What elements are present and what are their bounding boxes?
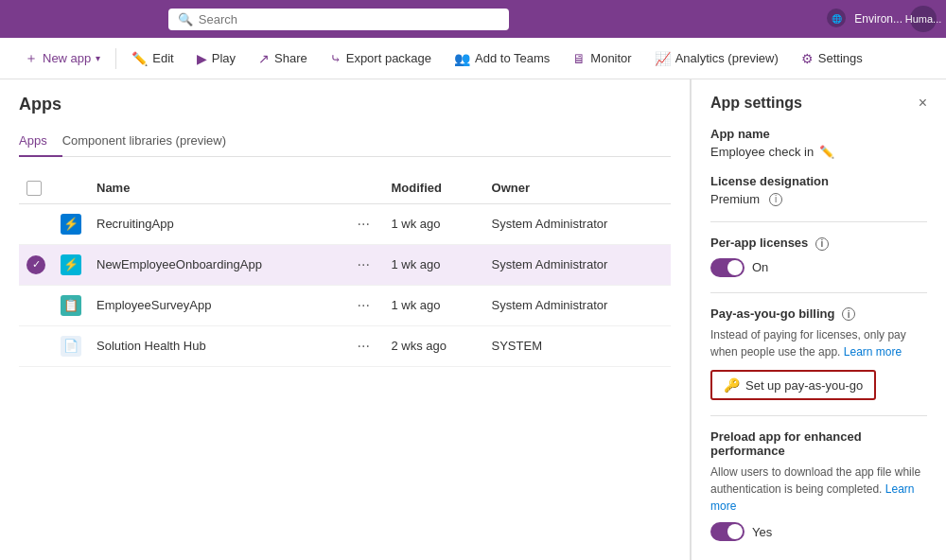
col-name-header: Name (89, 172, 346, 203)
row-check-1[interactable]: ✓ (19, 244, 53, 285)
apps-title: Apps (19, 95, 671, 114)
toggle-knob (727, 260, 743, 275)
license-value: Premium i (710, 192, 927, 206)
svg-text:🌐: 🌐 (832, 13, 843, 25)
tabs: Apps Component libraries (preview) (19, 126, 671, 157)
app-icon-0: ⚡ (61, 214, 81, 235)
toolbar: ＋ New app ▾ ✏️ Edit ▶ Play ↗ Share ⤷ Exp… (0, 38, 946, 79)
per-app-toggle-row: On (710, 258, 927, 277)
user-label: Huma... (905, 13, 942, 25)
app-more-cell-3: ··· (346, 325, 384, 366)
play-button[interactable]: ▶ Play (187, 46, 245, 71)
app-owner-cell-3: SYSTEM (484, 325, 671, 366)
divider-1 (710, 221, 927, 222)
close-button[interactable]: × (919, 95, 927, 112)
per-app-info-icon[interactable]: i (815, 237, 829, 251)
export-package-button[interactable]: ⤷ Export package (321, 46, 441, 71)
search-icon: 🔍 (178, 12, 193, 26)
app-icon-2: 📋 (61, 295, 81, 316)
payg-label: Pay-as-you-go billing i (710, 306, 927, 322)
tab-component-libraries[interactable]: Component libraries (preview) (62, 126, 241, 157)
col-owner-header: Owner (484, 172, 671, 203)
app-owner-cell-0: System Administrator (484, 203, 671, 244)
app-more-cell-1: ··· (346, 244, 384, 285)
app-more-button-0[interactable]: ··· (354, 214, 374, 235)
col-dots-header (346, 172, 384, 203)
app-modified-cell-2: 1 wk ago (384, 285, 484, 325)
table-row[interactable]: ⚡ RecruitingApp ··· 1 wk ago System Admi… (19, 203, 671, 244)
table-row[interactable]: ✓ ⚡ NewEmployeeOnboardingApp ··· 1 wk ag… (19, 244, 671, 285)
top-right-area: 🌐 Environ... Huma... (826, 6, 937, 32)
top-bar: 🔍 🌐 Environ... Huma... (0, 0, 946, 38)
sep-1 (115, 48, 116, 69)
app-owner-cell-2: System Administrator (484, 285, 671, 325)
col-checkbox (19, 172, 53, 203)
app-more-cell-0: ··· (346, 203, 384, 244)
app-name-cell-1[interactable]: NewEmployeeOnboardingApp (89, 244, 346, 285)
row-check-2[interactable] (19, 285, 53, 325)
payg-info-icon[interactable]: i (842, 307, 855, 321)
apps-panel: Apps Apps Component libraries (preview) … (0, 79, 691, 560)
share-button[interactable]: ↗ Share (249, 46, 317, 71)
payg-section: Pay-as-you-go billing i Instead of payin… (710, 306, 927, 401)
row-check-0[interactable] (19, 203, 53, 244)
col-modified-header: Modified (384, 172, 484, 203)
add-to-teams-button[interactable]: 👥 Add to Teams (445, 46, 559, 71)
monitor-button[interactable]: 🖥 Monitor (563, 46, 640, 71)
search-box[interactable]: 🔍 (168, 9, 509, 30)
table-row[interactable]: 📄 Solution Health Hub ··· 2 wks ago SYST… (19, 325, 671, 366)
search-input[interactable] (199, 12, 499, 26)
divider-2 (710, 292, 927, 293)
preload-toggle-label: Yes (752, 525, 772, 539)
settings-button[interactable]: ⚙ Settings (792, 46, 872, 71)
payg-button[interactable]: 🔑 Set up pay-as-you-go (710, 370, 876, 400)
per-app-toggle[interactable] (710, 258, 745, 277)
teams-icon: 👥 (454, 51, 470, 66)
settings-header: App settings × (710, 95, 927, 112)
settings-panel: App settings × App name Employee check i… (691, 79, 946, 560)
payg-learn-more[interactable]: Learn more (844, 345, 902, 359)
new-app-button[interactable]: ＋ New app ▾ (15, 45, 110, 72)
col-icon-header (53, 172, 89, 203)
app-owner-cell-1: System Administrator (484, 244, 671, 285)
app-name-edit-icon[interactable]: ✏️ (819, 145, 834, 159)
license-section: License designation Premium i (710, 174, 927, 206)
apps-table: Name Modified Owner ⚡ RecruitingApp ··· … (19, 172, 671, 367)
edit-button[interactable]: ✏️ Edit (122, 46, 183, 71)
app-icon-1: ⚡ (61, 254, 81, 275)
share-icon: ↗ (258, 51, 270, 66)
payg-desc: Instead of paying for licenses, only pay… (710, 326, 927, 360)
export-icon: ⤷ (330, 51, 342, 66)
preload-desc: Allow users to download the app file whi… (710, 464, 927, 515)
app-more-button-1[interactable]: ··· (354, 254, 374, 275)
app-name-value: Employee check in ✏️ (710, 145, 927, 159)
app-name-section: App name Employee check in ✏️ (710, 127, 927, 159)
settings-icon: ⚙ (801, 51, 814, 66)
user-avatar[interactable]: Huma... (910, 6, 937, 32)
app-name-cell-3[interactable]: Solution Health Hub (89, 325, 346, 366)
app-more-button-2[interactable]: ··· (354, 295, 374, 316)
license-info-icon[interactable]: i (769, 193, 782, 206)
key-icon: 🔑 (724, 377, 740, 393)
app-modified-cell-0: 1 wk ago (384, 203, 484, 244)
row-check-3[interactable] (19, 325, 53, 366)
license-label: License designation (710, 174, 927, 188)
table-row[interactable]: 📋 EmployeeSurveyApp ··· 1 wk ago System … (19, 285, 671, 325)
monitor-icon: 🖥 (572, 51, 586, 66)
selected-check: ✓ (26, 255, 45, 274)
app-name-cell-2[interactable]: EmployeeSurveyApp (89, 285, 346, 325)
edit-icon: ✏️ (131, 51, 148, 66)
preload-toggle[interactable] (710, 522, 745, 541)
tab-apps[interactable]: Apps (19, 126, 62, 157)
app-name-cell-0[interactable]: RecruitingApp (89, 203, 346, 244)
preload-toggle-knob (727, 524, 743, 539)
app-modified-cell-1: 1 wk ago (384, 244, 484, 285)
preload-label: Preload app for enhanced performance (710, 429, 927, 458)
app-more-button-3[interactable]: ··· (354, 336, 374, 357)
dropdown-icon: ▾ (96, 53, 100, 63)
analytics-button[interactable]: 📈 Analytics (preview) (645, 46, 788, 71)
app-name-label: App name (710, 127, 927, 141)
plus-icon: ＋ (25, 50, 38, 67)
per-app-label: Per-app licenses i (710, 236, 927, 251)
app-icon-3: 📄 (61, 336, 81, 357)
